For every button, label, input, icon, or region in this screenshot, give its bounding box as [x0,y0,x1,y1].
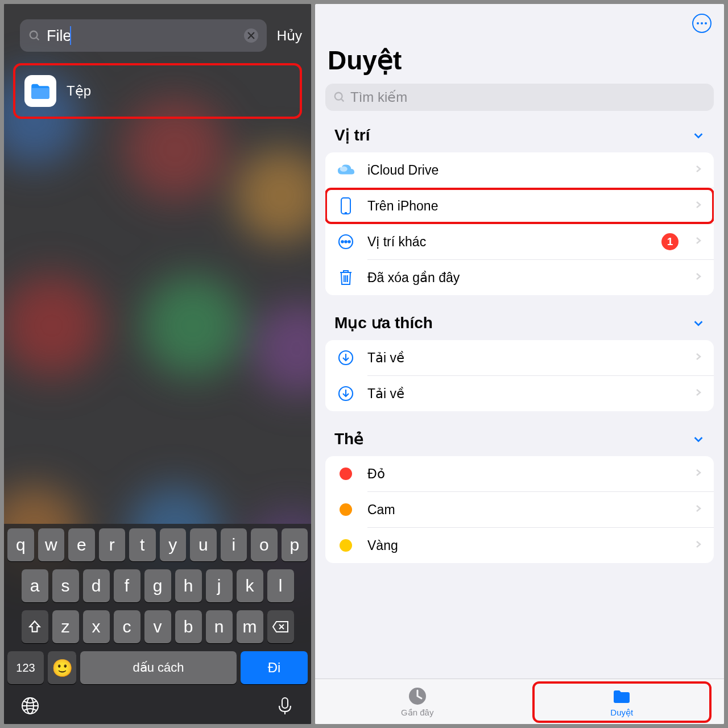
files-search-box[interactable]: Tìm kiếm [325,84,714,111]
page-title: Duyệt [321,4,718,80]
search-placeholder: Tìm kiếm [350,89,407,105]
emoji-key[interactable]: 🙂 [48,651,76,684]
tab-recent[interactable]: Gần đây [315,679,520,724]
svg-point-19 [348,241,350,242]
keyboard: qwertyuiop asdfghjkl zxcvbnm 123 🙂 dấu c… [4,524,311,724]
row-download-2[interactable]: Tải về [325,376,714,411]
key-o[interactable]: o [251,528,278,561]
chevron-down-icon [692,433,705,445]
key-q[interactable]: q [7,528,34,561]
section-locations-header[interactable]: Vị trí [321,126,718,152]
download-icon [337,349,354,366]
tag-dot-yellow [340,539,352,552]
download-icon [337,385,354,402]
space-key[interactable]: dấu cách [80,651,237,684]
search-icon [28,30,41,42]
key-s[interactable]: s [52,569,79,602]
folder-icon [611,686,632,706]
key-n[interactable]: n [206,610,233,643]
trash-icon [338,269,353,286]
section-tags-header[interactable]: Thẻ [321,429,718,456]
key-g[interactable]: g [144,569,171,602]
locations-card: iCloud Drive Trên iPhone Vị trí khác 1 Đ… [325,152,714,295]
spotlight-search-box[interactable]: File [20,19,267,52]
svg-point-17 [341,241,343,242]
more-button[interactable] [692,14,712,33]
shift-key[interactable] [22,610,48,643]
tag-dot-orange [340,503,352,516]
key-b[interactable]: b [175,610,202,643]
search-result-files-app[interactable]: Tệp [13,63,302,119]
svg-point-18 [345,241,346,242]
svg-rect-14 [341,198,350,214]
mic-icon[interactable] [275,696,295,716]
row-recently-deleted[interactable]: Đã xóa gần đây [325,260,714,295]
section-favorites-header[interactable]: Mục ưa thích [321,313,718,340]
svg-rect-9 [282,698,288,708]
spotlight-panel: File Hủy Tệp qwertyuiop asdfghjkl zxcvbn… [4,4,311,724]
tag-dot-red [340,468,352,480]
files-app-icon [24,75,56,107]
row-icloud-drive[interactable]: iCloud Drive [325,152,714,188]
backspace-key[interactable] [267,610,294,643]
key-j[interactable]: j [206,569,233,602]
row-tag-yellow[interactable]: Vàng [325,528,714,563]
go-key[interactable]: Đi [241,651,308,684]
key-row-3: zxcvbnm [7,610,308,643]
row-other-locations[interactable]: Vị trí khác 1 [325,224,714,259]
globe-icon[interactable] [20,696,40,716]
clear-search-button[interactable] [244,28,258,43]
badge-count: 1 [661,233,679,250]
clock-icon [407,686,428,706]
svg-point-11 [335,93,342,100]
svg-line-1 [36,37,39,40]
favorites-card: Tải về Tải về [325,340,714,411]
chevron-down-icon [692,129,705,142]
files-app-panel: Duyệt Tìm kiếm Vị trí iCloud Drive Trên … [315,4,724,724]
key-k[interactable]: k [237,569,263,602]
key-row-1: qwertyuiop [7,528,308,561]
shift-icon [27,619,42,634]
key-e[interactable]: e [68,528,95,561]
tab-bar: Gần đây Duyệt [315,679,724,724]
row-on-iphone[interactable]: Trên iPhone [325,188,714,224]
close-icon [247,32,255,39]
key-v[interactable]: v [144,610,171,643]
row-tag-red[interactable]: Đỏ [325,456,714,491]
tab-browse[interactable]: Duyệt [520,679,725,724]
key-h[interactable]: h [175,569,202,602]
key-i[interactable]: i [221,528,247,561]
cancel-button[interactable]: Hủy [277,28,302,44]
search-icon [333,91,346,104]
key-w[interactable]: w [38,528,65,561]
svg-point-13 [340,166,348,171]
numeric-key[interactable]: 123 [7,651,44,684]
chevron-down-icon [692,317,705,329]
key-x[interactable]: x [83,610,110,643]
key-t[interactable]: t [129,528,156,561]
key-a[interactable]: a [22,569,48,602]
key-l[interactable]: l [267,569,294,602]
key-p[interactable]: p [282,528,308,561]
result-label: Tệp [67,83,91,99]
key-r[interactable]: r [99,528,126,561]
search-input[interactable]: File [47,26,238,45]
more-circle-icon [337,233,354,250]
row-download-1[interactable]: Tải về [325,340,714,375]
key-z[interactable]: z [52,610,79,643]
cloud-icon [337,163,355,177]
key-y[interactable]: y [160,528,187,561]
key-m[interactable]: m [237,610,263,643]
backspace-icon [272,621,289,633]
tags-card: Đỏ Cam Vàng [325,456,714,563]
key-d[interactable]: d [83,569,110,602]
svg-point-0 [30,31,38,38]
key-f[interactable]: f [114,569,140,602]
key-u[interactable]: u [190,528,217,561]
key-row-2: asdfghjkl [7,569,308,602]
svg-line-12 [341,99,344,102]
row-tag-orange[interactable]: Cam [325,492,714,527]
key-c[interactable]: c [114,610,140,643]
iphone-icon [340,197,351,215]
